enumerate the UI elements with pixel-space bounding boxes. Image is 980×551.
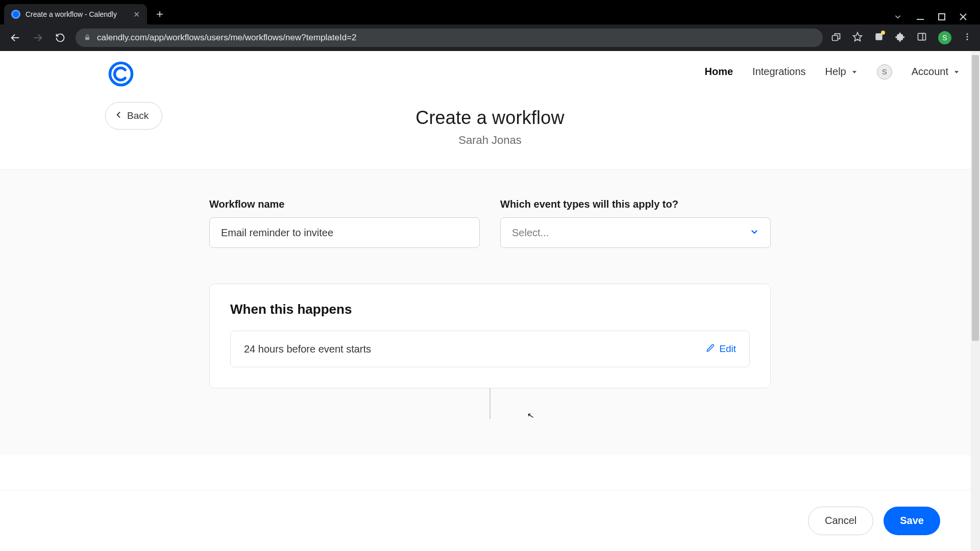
browser-tab[interactable]: Create a workflow - Calendly ✕ [4,4,147,24]
nav-help-label: Help [825,66,846,78]
extension-badge-icon[interactable] [874,32,884,44]
browser-reload-icon[interactable] [53,31,67,45]
calendly-logo[interactable] [107,60,135,90]
new-tab-button[interactable]: ＋ [147,6,173,24]
nav-integrations[interactable]: Integrations [752,66,806,78]
maximize-window-icon[interactable] [938,13,945,20]
svg-marker-17 [954,71,959,73]
bookmark-star-icon[interactable] [852,32,863,44]
page-scrollbar[interactable] [971,51,980,551]
nav-help[interactable]: Help [825,66,857,78]
edit-trigger-button[interactable]: Edit [706,343,736,355]
caret-down-icon [953,66,960,78]
scrollbar-thumb[interactable] [972,55,979,341]
back-button[interactable]: Back [105,102,162,130]
share-icon[interactable] [831,32,841,44]
page-subtitle: Sarah Jonas [0,134,980,147]
event-types-select[interactable]: Select... [500,217,771,248]
trigger-condition: 24 hours before event starts [244,343,371,355]
nav-account-label: Account [912,66,948,78]
close-window-icon[interactable] [960,13,967,20]
back-label: Back [127,110,149,121]
side-panel-icon[interactable] [917,32,927,44]
svg-rect-10 [918,33,926,40]
browser-forward-icon[interactable] [31,31,45,45]
event-types-label: Which event types will this apply to? [500,198,771,210]
user-avatar[interactable]: S [877,64,892,80]
svg-rect-6 [85,37,89,40]
event-types-placeholder: Select... [512,227,549,239]
chevron-down-icon [750,227,759,239]
minimize-window-icon[interactable] [917,13,924,20]
svg-point-13 [967,36,968,38]
svg-rect-1 [939,14,945,20]
nav-account[interactable]: Account [912,66,960,78]
svg-marker-16 [852,71,856,73]
svg-point-12 [967,33,968,35]
svg-marker-8 [853,33,862,41]
lock-icon [84,34,91,42]
workflow-name-label: Workflow name [209,198,480,210]
svg-rect-7 [832,36,838,41]
browser-back-icon[interactable] [8,31,22,45]
edit-label: Edit [719,343,736,355]
chevron-left-icon [115,110,123,121]
save-button[interactable]: Save [884,507,940,535]
url-text: calendly.com/app/workflows/users/me/work… [97,33,357,43]
address-bar[interactable]: calendly.com/app/workflows/users/me/work… [76,29,823,47]
browser-menu-icon[interactable] [963,32,972,43]
extensions-icon[interactable] [895,32,905,44]
svg-point-14 [967,39,968,40]
close-tab-icon[interactable]: ✕ [133,10,140,19]
trigger-heading: When this happens [230,302,750,317]
nav-home[interactable]: Home [705,66,733,78]
trigger-card: When this happens 24 hours before event … [209,284,771,388]
svg-rect-0 [917,19,924,20]
caret-down-icon [851,66,857,78]
browser-profile-avatar[interactable]: S [938,31,951,44]
cancel-button[interactable]: Cancel [808,507,873,535]
tab-search-icon[interactable] [893,12,902,21]
workflow-name-input[interactable] [209,217,480,248]
pencil-icon [706,343,715,355]
trigger-row: 24 hours before event starts Edit [230,331,750,367]
tab-title: Create a workflow - Calendly [26,10,128,18]
svg-rect-9 [875,33,882,40]
flow-connector [489,388,491,419]
calendly-favicon [11,10,20,19]
